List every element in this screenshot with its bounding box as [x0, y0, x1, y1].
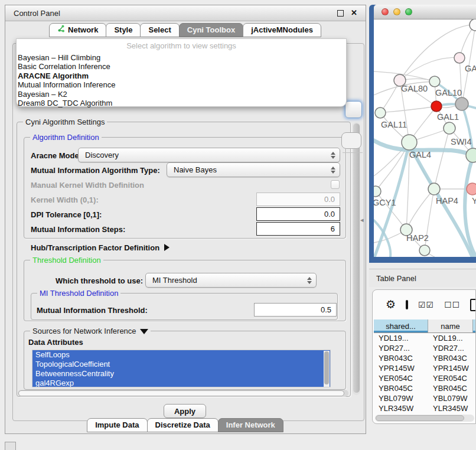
table-row[interactable]: YPR145WYPR145W9.: [374, 363, 476, 373]
algorithm-option[interactable]: Bayesian – K2: [17, 90, 346, 99]
minimize-window-icon[interactable]: [393, 8, 400, 15]
desktop: Control Panel ✕ NetworkStyleSelectCyni T…: [0, 0, 476, 450]
hide-columns-icon[interactable]: ☐☐: [444, 300, 460, 309]
close-panel-icon[interactable]: ✕: [351, 10, 357, 16]
network-node[interactable]: [402, 135, 417, 150]
tab-cyni-toolbox[interactable]: Cyni Toolbox: [179, 23, 243, 37]
network-node[interactable]: [454, 53, 465, 63]
algorithm-option[interactable]: Basic Correlation Inference: [17, 62, 346, 71]
algorithm-option[interactable]: Dream8 DC_TDC Algorithm: [17, 99, 346, 107]
corner-widget-fragment: [5, 442, 16, 450]
algorithm-option[interactable]: Mutual Information Inference: [17, 80, 346, 89]
show-columns-icon[interactable]: ☑☑: [418, 300, 434, 309]
table-row[interactable]: YBR043CYBR043C: [374, 353, 476, 363]
apply-button[interactable]: Apply: [164, 404, 206, 418]
network-node[interactable]: [375, 107, 386, 118]
cyni-algorithm-settings-title: Cyni Algorithm Settings: [23, 118, 107, 126]
dpi-tolerance-label: DPI Tolerance [0,1]:: [31, 210, 102, 219]
network-canvas[interactable]: GALGAL80GAL10GAL1GAL11SWI4GAL4GCY1HAP4YH…: [374, 19, 476, 257]
bottom-tab-discretize-data[interactable]: Discretize Data: [147, 418, 219, 432]
manual-kernel-width-checkbox[interactable]: [331, 180, 340, 189]
network-window-titlebar[interactable]: [374, 5, 476, 19]
attribute-item[interactable]: gal4RGexp: [32, 379, 330, 387]
sources-expander[interactable]: Sources for Network Inference: [30, 327, 151, 335]
algorithm-definition-title: Algorithm Definition: [30, 133, 102, 142]
kernel-width-field[interactable]: 0.0: [256, 193, 340, 206]
table-row[interactable]: YER054CYER054C8.: [374, 373, 476, 383]
algorithm-option[interactable]: Bayesian – Hill Climbing: [17, 53, 346, 62]
export-table-icon[interactable]: [470, 299, 476, 311]
network-node[interactable]: [429, 76, 440, 87]
control-panel-window: Control Panel ✕ NetworkStyleSelectCyni T…: [5, 5, 366, 434]
network-edge[interactable]: [380, 106, 436, 113]
settings-horizontal-scrollbar[interactable]: [18, 390, 348, 397]
tab-label: Network: [68, 24, 98, 37]
table-cell: YBL079W: [374, 393, 428, 403]
tab-label: Style: [114, 24, 132, 37]
column-header[interactable]: name: [428, 319, 473, 332]
splitter-collapse-icon[interactable]: ◂: [360, 216, 364, 224]
settings-vertical-scrollbar[interactable]: [353, 122, 360, 395]
attribute-item[interactable]: TopologicalCoefficient: [32, 360, 330, 369]
network-node[interactable]: [455, 97, 468, 110]
network-edge[interactable]: [400, 57, 459, 80]
column-header[interactable]: shared...: [374, 319, 428, 332]
dpi-tolerance-field[interactable]: 0.0: [256, 207, 340, 221]
network-node[interactable]: [431, 101, 442, 112]
table-cell: 9.: [473, 383, 476, 393]
table-row[interactable]: YLR345WYLR345W9.: [374, 403, 476, 413]
table-horizontal-scrollbar[interactable]: [375, 415, 474, 422]
network-node[interactable]: [470, 19, 476, 31]
table-row[interactable]: YDL19...YDL19...13: [374, 333, 476, 343]
data-attributes-list[interactable]: SelfLoopsTopologicalCoefficientBetweenne…: [32, 350, 331, 387]
aracne-mode-label: Aracne Mode:: [31, 151, 81, 160]
settings-gear-icon[interactable]: ⚙: [386, 299, 396, 311]
attribute-item[interactable]: BetweennessCentrality: [32, 369, 330, 379]
table-cell: YDR27...: [374, 343, 428, 353]
bottom-tab-infer-network[interactable]: Infer Network: [218, 418, 283, 432]
tab-select[interactable]: Select: [140, 23, 179, 37]
table-panel-title: Table Panel: [369, 274, 416, 283]
algorithm-option[interactable]: ARACNE Algorithm: [17, 71, 346, 80]
float-window-icon[interactable]: [337, 10, 344, 17]
network-edge[interactable]: [434, 128, 449, 189]
table-row[interactable]: YDR27...YDR27...12: [374, 343, 476, 353]
network-node[interactable]: [444, 122, 455, 134]
mi-threshold-field[interactable]: 0.5: [254, 303, 337, 317]
zoom-window-icon[interactable]: [405, 8, 412, 15]
tab-jactivemnodules[interactable]: jActiveMNodules: [243, 23, 321, 37]
tab-network[interactable]: Network: [49, 23, 106, 37]
network-edge[interactable]: [406, 189, 434, 230]
table-cell: YBR043C: [428, 353, 473, 363]
stepper-arrows-icon: [307, 277, 312, 284]
dpi-tolerance-value: 0.0: [324, 210, 335, 219]
tab-style[interactable]: Style: [106, 23, 141, 37]
network-node[interactable]: [374, 186, 381, 197]
table-row[interactable]: YBL079WYBL079W: [374, 393, 476, 403]
mi-steps-field[interactable]: 6: [256, 222, 340, 236]
which-threshold-select[interactable]: MI Threshold: [145, 273, 317, 288]
aracne-mode-select[interactable]: Discovery: [78, 148, 340, 162]
network-node[interactable]: [467, 183, 476, 195]
network-node[interactable]: [419, 245, 430, 256]
hub-definition-expander[interactable]: Hub/Transcription Factor Definition: [31, 243, 169, 252]
attributes-scrollbar[interactable]: [324, 351, 330, 387]
table-cell: YLR345W: [428, 403, 473, 413]
network-node[interactable]: [466, 148, 476, 162]
data-attributes-label: Data Attributes: [28, 338, 83, 347]
close-window-icon[interactable]: [382, 8, 389, 15]
sources-title: Sources for Network Inference: [32, 327, 136, 335]
table-row[interactable]: YBR045CYBR045C9.: [374, 383, 476, 393]
bottom-tab-impute-data[interactable]: Impute Data: [87, 418, 147, 432]
mi-algorithm-type-select[interactable]: Naive Bayes: [167, 162, 340, 177]
hub-definition-label: Hub/Transcription Factor Definition: [31, 243, 159, 252]
network-edge[interactable]: [462, 104, 473, 155]
column-header[interactable]: A: [473, 319, 476, 332]
attribute-item[interactable]: SelfLoops: [32, 350, 330, 360]
kernel-width-value: 0.0: [324, 195, 335, 204]
network-node[interactable]: [428, 183, 440, 195]
split-columns-icon[interactable]: [406, 300, 408, 309]
node-label: SWI4: [451, 137, 471, 146]
inference-algorithm-combo-fragment[interactable]: [345, 101, 362, 118]
node-label: HAP2: [406, 233, 429, 243]
